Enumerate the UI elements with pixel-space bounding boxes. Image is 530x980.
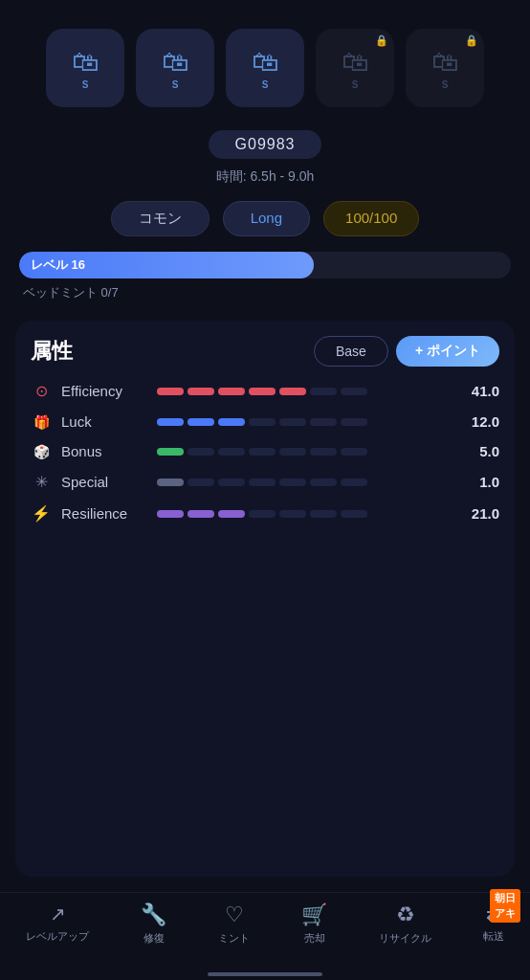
main-container: 🛍 S 🛍 S 🛍 S 🛍 S 🔒 🛍 S 🔒 G09983 [0, 0, 530, 980]
bonus-name: Bonus [61, 443, 147, 459]
bar-seg [218, 418, 245, 426]
efficiency-name: Efficiency [61, 383, 147, 399]
bar-seg [249, 418, 276, 426]
attr-row-special: ✳ Special 1.0 [31, 473, 499, 491]
luck-icon: 🎁 [31, 414, 52, 430]
slot-icon-5: 🛍 [431, 46, 458, 78]
nav-recycle-label: リサイクル [379, 931, 431, 946]
nav-mint[interactable]: ♡ ミント [218, 902, 250, 946]
bar-seg [157, 510, 184, 518]
attr-header: 属性 Base + ポイント [31, 336, 499, 367]
bar-seg [341, 510, 367, 518]
nav-sell[interactable]: 🛒 売却 [301, 902, 327, 946]
efficiency-bars [157, 388, 452, 395]
attr-row-luck: 🎁 Luck 12.0 [31, 413, 499, 430]
level-section: レベル 16 ベッドミント 0/7 [0, 252, 530, 301]
bar-seg [279, 479, 306, 486]
tag-type: コモン [111, 201, 210, 236]
attr-row-efficiency: ⊙ Efficiency 41.0 [31, 382, 499, 400]
nav-mint-label: ミント [218, 931, 250, 946]
slots-row: 🛍 S 🛍 S 🛍 S 🛍 S 🔒 🛍 S 🔒 [0, 0, 530, 122]
slot-icon-3: 🛍 [252, 46, 278, 78]
bottom-nav: ↗ レベルアップ 🔧 修復 ♡ ミント 🛒 売却 ♻ リサイクル ⇄ 転送 [0, 892, 530, 965]
luck-name: Luck [61, 413, 147, 430]
bar-seg [188, 388, 214, 395]
time-text: 時間: 6.5h - 9.0h [0, 168, 530, 186]
recycle-icon: ♻ [396, 902, 415, 927]
attr-title: 属性 [31, 337, 73, 366]
bar-seg [249, 388, 276, 395]
slot-1[interactable]: 🛍 S [46, 29, 124, 107]
bar-seg [279, 510, 306, 518]
attr-buttons: Base + ポイント [314, 336, 499, 367]
watermark: 朝日 アキ [490, 889, 520, 923]
mint-icon: ♡ [225, 902, 244, 927]
slot-5[interactable]: 🛍 S 🔒 [406, 29, 484, 107]
level-bar-outer: レベル 16 [19, 252, 511, 278]
bar-seg [279, 388, 306, 395]
sell-icon: 🛒 [301, 902, 327, 927]
attr-section: 属性 Base + ポイント ⊙ Efficiency 41.0 🎁 [15, 321, 515, 877]
bar-seg [249, 448, 276, 456]
slot-2[interactable]: 🛍 S [136, 29, 214, 107]
bar-seg [279, 448, 306, 456]
bonus-bars [157, 448, 452, 456]
special-value: 1.0 [461, 474, 499, 490]
slot-4[interactable]: 🛍 S 🔒 [316, 29, 394, 107]
luck-bars [157, 418, 452, 426]
special-bars [157, 479, 452, 486]
bar-seg [218, 510, 245, 518]
bar-seg [249, 510, 276, 518]
bar-seg [218, 479, 245, 486]
bar-seg [310, 510, 337, 518]
bar-seg [218, 388, 245, 395]
slot-icon-4: 🛍 [342, 46, 368, 78]
slot-3[interactable]: 🛍 S [226, 29, 304, 107]
bar-seg [157, 388, 184, 395]
special-name: Special [61, 474, 147, 490]
slot-icon-2: 🛍 [162, 46, 188, 78]
nav-levelup-label: レベルアップ [26, 929, 89, 944]
attr-row-resilience: ⚡ Resilience 21.0 [31, 504, 499, 523]
item-id-badge: G09983 [209, 130, 322, 159]
bar-seg [157, 418, 184, 426]
levelup-icon: ↗ [50, 902, 66, 925]
nav-levelup[interactable]: ↗ レベルアップ [26, 902, 89, 946]
special-icon: ✳ [31, 473, 52, 491]
bar-seg [188, 418, 214, 426]
bonus-icon: 🎲 [31, 444, 52, 459]
nav-sell-label: 売却 [304, 931, 325, 946]
bar-seg [341, 448, 367, 456]
points-button[interactable]: + ポイント [396, 336, 499, 367]
bonus-value: 5.0 [461, 443, 499, 459]
efficiency-value: 41.0 [461, 383, 499, 399]
bar-seg [341, 388, 367, 395]
bar-seg [310, 388, 337, 395]
nav-repair[interactable]: 🔧 修復 [141, 902, 166, 946]
resilience-icon: ⚡ [31, 504, 52, 523]
bar-seg [310, 479, 337, 486]
item-id-text: G09983 [235, 136, 296, 152]
bar-seg [157, 448, 184, 456]
efficiency-icon: ⊙ [31, 382, 52, 400]
bar-seg [249, 479, 276, 486]
bed-text: ベッドミント 0/7 [19, 278, 511, 301]
lock-icon-4: 🔒 [375, 34, 388, 47]
bar-seg [341, 418, 367, 426]
tag-durability: 100/100 [323, 201, 419, 236]
bar-seg [188, 448, 214, 456]
home-indicator [0, 965, 530, 980]
nav-recycle[interactable]: ♻ リサイクル [379, 902, 431, 946]
item-id-container: G09983 [0, 130, 530, 159]
attr-row-bonus: 🎲 Bonus 5.0 [31, 443, 499, 459]
resilience-name: Resilience [61, 505, 147, 522]
base-button[interactable]: Base [314, 336, 388, 367]
home-bar [208, 972, 322, 976]
resilience-bars [157, 510, 452, 518]
slot-icon-1: 🛍 [72, 46, 99, 78]
resilience-value: 21.0 [461, 505, 499, 522]
bar-seg [188, 479, 214, 486]
luck-value: 12.0 [461, 413, 499, 430]
repair-icon: 🔧 [141, 902, 166, 927]
tag-duration: Long [223, 201, 310, 236]
